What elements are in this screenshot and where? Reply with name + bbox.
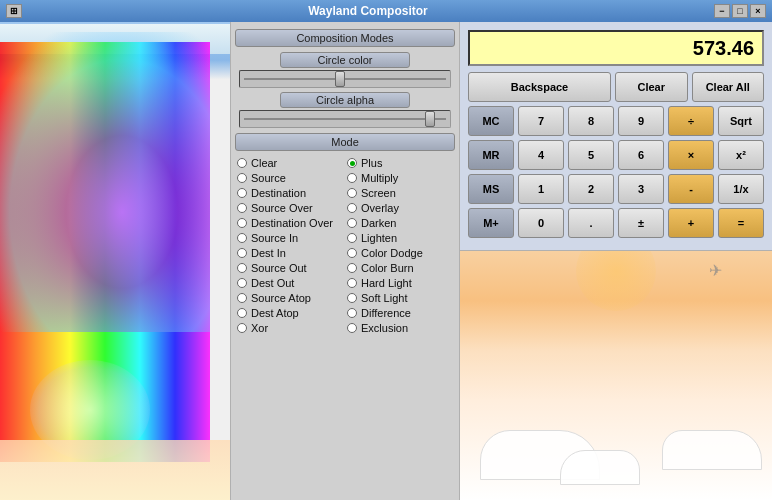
mode-label-lighten: Lighten — [361, 232, 397, 244]
circle-alpha-label: Circle alpha — [280, 92, 410, 108]
mode-item-darken[interactable]: Darken — [345, 216, 455, 230]
mode-item-hard-light[interactable]: Hard Light — [345, 276, 455, 290]
mc-button[interactable]: MC — [468, 106, 514, 136]
btn-7[interactable]: 7 — [518, 106, 564, 136]
mode-label-screen: Screen — [361, 187, 396, 199]
mode-item-xor[interactable]: Xor — [235, 321, 345, 335]
radio-hard-light[interactable] — [347, 278, 357, 288]
sqrt-button[interactable]: Sqrt — [718, 106, 764, 136]
btn-4[interactable]: 4 — [518, 140, 564, 170]
radio-source-atop[interactable] — [237, 293, 247, 303]
mode-item-color-dodge[interactable]: Color Dodge — [345, 246, 455, 260]
radio-dest-atop[interactable] — [237, 308, 247, 318]
radio-destination-over[interactable] — [237, 218, 247, 228]
main-content: Composition Modes Circle color Circle al… — [0, 22, 772, 500]
mode-label-hard-light: Hard Light — [361, 277, 412, 289]
mode-item-dest-atop[interactable]: Dest Atop — [235, 306, 345, 320]
btn-3[interactable]: 3 — [618, 174, 664, 204]
mode-item-destination-over[interactable]: Destination Over — [235, 216, 345, 230]
radio-color-dodge[interactable] — [347, 248, 357, 258]
radio-multiply[interactable] — [347, 173, 357, 183]
mode-item-source[interactable]: Source — [235, 171, 345, 185]
mode-label-clear: Clear — [251, 157, 277, 169]
radio-xor[interactable] — [237, 323, 247, 333]
mode-label-source: Source — [251, 172, 286, 184]
mode-item-source-out[interactable]: Source Out — [235, 261, 345, 275]
mode-item-dest-out[interactable]: Dest Out — [235, 276, 345, 290]
mode-item-dest-in[interactable]: Dest In — [235, 246, 345, 260]
btn-5[interactable]: 5 — [568, 140, 614, 170]
middle-panel: Composition Modes Circle color Circle al… — [230, 22, 460, 500]
mode-label-darken: Darken — [361, 217, 396, 229]
mode-item-source-over[interactable]: Source Over — [235, 201, 345, 215]
backspace-button[interactable]: Backspace — [468, 72, 611, 102]
btn-2[interactable]: 2 — [568, 174, 614, 204]
mode-label-difference: Difference — [361, 307, 411, 319]
mode-label-exclusion: Exclusion — [361, 322, 408, 334]
close-button[interactable]: × — [750, 4, 766, 18]
ms-button[interactable]: MS — [468, 174, 514, 204]
radio-exclusion[interactable] — [347, 323, 357, 333]
radio-dest-out[interactable] — [237, 278, 247, 288]
equals-button[interactable]: = — [718, 208, 764, 238]
mode-item-plus[interactable]: Plus — [345, 156, 455, 170]
btn-8[interactable]: 8 — [568, 106, 614, 136]
maximize-button[interactable]: □ — [732, 4, 748, 18]
circle-alpha-slider[interactable] — [239, 110, 451, 128]
clear-all-button[interactable]: Clear All — [692, 72, 765, 102]
clear-button[interactable]: Clear — [615, 72, 688, 102]
divide-button[interactable]: ÷ — [668, 106, 714, 136]
btn-0[interactable]: 0 — [518, 208, 564, 238]
circle-alpha-thumb[interactable] — [425, 111, 435, 127]
xsq-button[interactable]: x² — [718, 140, 764, 170]
calculator: 573.46 Backspace Clear Clear All MC 7 8 … — [460, 22, 772, 251]
radio-clear[interactable] — [237, 158, 247, 168]
cloud-2 — [662, 430, 762, 470]
radio-screen[interactable] — [347, 188, 357, 198]
mode-item-exclusion[interactable]: Exclusion — [345, 321, 455, 335]
mode-item-destination[interactable]: Destination — [235, 186, 345, 200]
radio-source[interactable] — [237, 173, 247, 183]
radio-soft-light[interactable] — [347, 293, 357, 303]
radio-source-over[interactable] — [237, 203, 247, 213]
mode-item-source-in[interactable]: Source In — [235, 231, 345, 245]
mode-item-screen[interactable]: Screen — [345, 186, 455, 200]
radio-color-burn[interactable] — [347, 263, 357, 273]
dot-button[interactable]: . — [568, 208, 614, 238]
btn-6[interactable]: 6 — [618, 140, 664, 170]
radio-difference[interactable] — [347, 308, 357, 318]
circle-color-thumb[interactable] — [335, 71, 345, 87]
plusminus-button[interactable]: ± — [618, 208, 664, 238]
subtract-button[interactable]: - — [668, 174, 714, 204]
mr-button[interactable]: MR — [468, 140, 514, 170]
minimize-button[interactable]: − — [714, 4, 730, 18]
radio-overlay[interactable] — [347, 203, 357, 213]
mode-item-overlay[interactable]: Overlay — [345, 201, 455, 215]
mode-item-multiply[interactable]: Multiply — [345, 171, 455, 185]
mode-item-difference[interactable]: Difference — [345, 306, 455, 320]
add-button[interactable]: + — [668, 208, 714, 238]
mode-item-color-burn[interactable]: Color Burn — [345, 261, 455, 275]
calc-row-1: Backspace Clear Clear All — [468, 72, 764, 102]
radio-plus[interactable] — [347, 158, 357, 168]
radio-source-in[interactable] — [237, 233, 247, 243]
radio-dest-in[interactable] — [237, 248, 247, 258]
mode-item-lighten[interactable]: Lighten — [345, 231, 455, 245]
mplus-button[interactable]: M+ — [468, 208, 514, 238]
sky-bottom — [0, 440, 230, 500]
calc-row-4: MS 1 2 3 - 1/x — [468, 174, 764, 204]
btn-9[interactable]: 9 — [618, 106, 664, 136]
mode-item-clear[interactable]: Clear — [235, 156, 345, 170]
mode-label-overlay: Overlay — [361, 202, 399, 214]
recip-button[interactable]: 1/x — [718, 174, 764, 204]
radio-destination[interactable] — [237, 188, 247, 198]
radio-lighten[interactable] — [347, 233, 357, 243]
radio-darken[interactable] — [347, 218, 357, 228]
mode-item-soft-light[interactable]: Soft Light — [345, 291, 455, 305]
mode-item-source-atop[interactable]: Source Atop — [235, 291, 345, 305]
multiply-button[interactable]: × — [668, 140, 714, 170]
btn-1[interactable]: 1 — [518, 174, 564, 204]
mode-label-dest-out: Dest Out — [251, 277, 294, 289]
radio-source-out[interactable] — [237, 263, 247, 273]
circle-color-slider[interactable] — [239, 70, 451, 88]
